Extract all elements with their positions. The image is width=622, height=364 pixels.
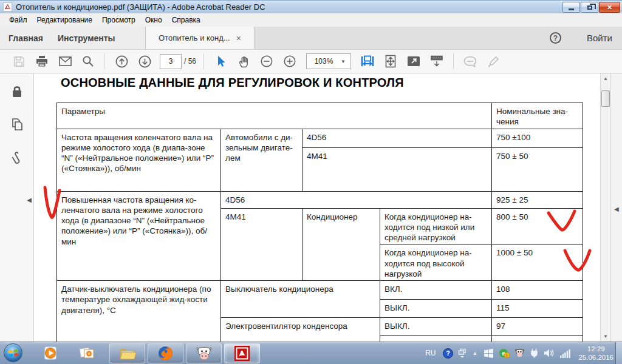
select-tool-icon[interactable] (213, 53, 228, 69)
sign-in-button[interactable]: Войти (587, 27, 612, 49)
table-cell: 4M41 (302, 147, 492, 191)
cow-tray-icon[interactable] (514, 348, 525, 358)
page-number-input[interactable] (160, 54, 182, 69)
show-hidden-icons[interactable]: ▲ (473, 350, 478, 356)
menu-view[interactable]: Просмотр (97, 14, 140, 26)
table-cell: 115 (492, 300, 583, 318)
page-thumbnails-icon[interactable] (10, 117, 24, 134)
tab-tools[interactable]: Инструменты (58, 27, 115, 49)
table-cell: 4D56 (221, 191, 492, 208)
table-row: Повышенная частота вращения ко-ленчатого… (57, 191, 583, 208)
photo-viewer-icon[interactable] (78, 345, 95, 364)
table-cell: Автомобили с ди-зельным двигате-лем (221, 129, 302, 191)
vertical-scrollbar[interactable]: ▲ ▼ (600, 73, 610, 342)
table-cell: Кондиционер (302, 208, 380, 281)
tools-pane-collapsed: ◀ (610, 73, 622, 342)
close-button[interactable]: ✕ (599, 2, 620, 13)
svg-text:?: ? (446, 349, 450, 357)
desktop: Отопитель и кондиционер.pdf (ЗАЩИТА) - A… (0, 0, 622, 364)
table-cell: Датчик-выключатель кондиционера (по темп… (57, 281, 221, 342)
minimize-button[interactable] (562, 2, 580, 13)
acrobat-taskbar-button[interactable] (224, 343, 260, 363)
start-button[interactable] (4, 343, 22, 362)
highlighter-icon[interactable] (486, 53, 501, 69)
table-cell: 97 (492, 318, 583, 336)
left-sidebar: ◀ (0, 73, 34, 342)
table-cell: Электровентилятор конденсора (221, 318, 380, 342)
help-icon[interactable]: ? (550, 32, 561, 44)
table-row: Частота вращения коленчатого вала на реж… (57, 129, 583, 147)
zoom-level-select[interactable]: 103% ▼ (306, 53, 351, 69)
table-cell: Частота вращения коленчатого вала на реж… (57, 129, 221, 191)
scroll-down-icon[interactable]: ▼ (601, 334, 610, 339)
search-icon[interactable] (81, 53, 95, 69)
title-bar: Отопитель и кондиционер.pdf (ЗАЩИТА) - A… (0, 0, 622, 13)
toolbar-separator (453, 53, 454, 69)
chevron-down-icon: ▼ (341, 59, 350, 64)
taskbar: RU ? ▲ (0, 342, 622, 364)
hand-tool-icon[interactable] (236, 53, 251, 69)
zoom-in-icon[interactable] (282, 53, 297, 69)
page-title: ОСНОВНЫЕ ДАННЫЕ ДЛЯ РЕГУЛИРОВОК И КОНТРО… (61, 76, 404, 90)
menu-window[interactable]: Окно (140, 14, 167, 26)
table-cell: Повышенная частота вращения ко-ленчатого… (57, 191, 221, 281)
table-cell: Выключатель кондиционера (221, 281, 380, 318)
volume-tray-icon[interactable] (544, 348, 555, 358)
table-cell: Когда кондиционер на-ходится под низкой … (380, 208, 492, 244)
fit-page-icon[interactable] (383, 53, 398, 69)
table-header-params: Параметры (57, 103, 492, 129)
scrollbar-thumb[interactable] (601, 90, 610, 107)
toolbar-separator (203, 53, 204, 69)
table-cell: 800 ± 50 (492, 208, 583, 244)
menu-edit[interactable]: Редактирование (32, 14, 97, 26)
next-page-icon[interactable] (137, 53, 152, 69)
menu-help[interactable]: Справка (167, 14, 205, 26)
media-player-icon[interactable] (43, 345, 60, 364)
tab-document-label: Отопитель и конд... (159, 33, 230, 42)
taskbar-clock[interactable]: 12:29 25.06.2016 (578, 345, 613, 362)
tools-pane-collapse-icon[interactable]: ◀ (614, 206, 619, 212)
toolbar-separator (104, 53, 105, 69)
fullscreen-icon[interactable] (406, 53, 421, 69)
svg-text:!: ! (507, 352, 508, 358)
explorer-taskbar-button[interactable] (109, 343, 145, 363)
table-row: Датчик-выключатель кондиционера (по темп… (57, 281, 583, 300)
restore-windows-tray-icon[interactable] (458, 348, 466, 359)
zoom-out-icon[interactable] (259, 53, 274, 69)
email-icon[interactable] (58, 53, 72, 69)
spec-table: Параметры Номинальные зна-чения Частота … (56, 103, 583, 342)
previous-page-icon[interactable] (114, 53, 129, 69)
windows-update-flag-icon[interactable] (484, 349, 494, 358)
power-plug-tray-icon[interactable] (530, 348, 539, 359)
antivirus-tray-icon[interactable]: e ! (499, 348, 510, 359)
tab-close-icon[interactable]: × (236, 34, 241, 42)
comment-icon[interactable] (463, 53, 477, 69)
window-title: Отопитель и кондиционер.pdf (ЗАЩИТА) - A… (16, 2, 265, 12)
table-cell: 108 (492, 281, 583, 300)
help-tray-icon[interactable]: ? (443, 348, 453, 359)
fit-width-icon[interactable] (360, 53, 375, 69)
save-icon[interactable] (12, 53, 26, 69)
sidebar-collapse-icon[interactable]: ◀ (27, 197, 32, 203)
print-icon[interactable] (35, 53, 49, 69)
show-desktop-button[interactable] (615, 342, 622, 364)
language-indicator[interactable]: RU (425, 349, 436, 357)
menu-bar: Файл Редактирование Просмотр Окно Справк… (0, 13, 622, 27)
tab-document[interactable]: Отопитель и конд... × (145, 27, 255, 49)
attachments-paperclip-icon[interactable] (10, 150, 25, 169)
network-signal-tray-icon[interactable] (559, 349, 570, 358)
toolbar: / 56 103% ▼ (0, 50, 622, 73)
toolbar-dock-icon[interactable] (429, 53, 444, 69)
maximize-button[interactable] (581, 2, 598, 13)
table-cell: 750 ± 50 (492, 147, 583, 191)
table-cell: ВЫКЛ. (380, 300, 492, 318)
cow-app-taskbar-button[interactable] (186, 343, 222, 363)
tab-home[interactable]: Главная (9, 27, 43, 49)
table-cell: 750 ±100 (492, 129, 583, 147)
menu-file[interactable]: Файл (4, 14, 32, 26)
scroll-up-icon[interactable]: ▲ (601, 76, 610, 81)
security-lock-icon[interactable] (10, 84, 24, 101)
document-area: ◀ ОСНОВНЫЕ ДАННЫЕ ДЛЯ РЕГУЛИРОВОК И КОНТ… (0, 73, 622, 342)
zoom-level-value: 103% (307, 57, 341, 66)
firefox-taskbar-button[interactable] (148, 343, 183, 363)
